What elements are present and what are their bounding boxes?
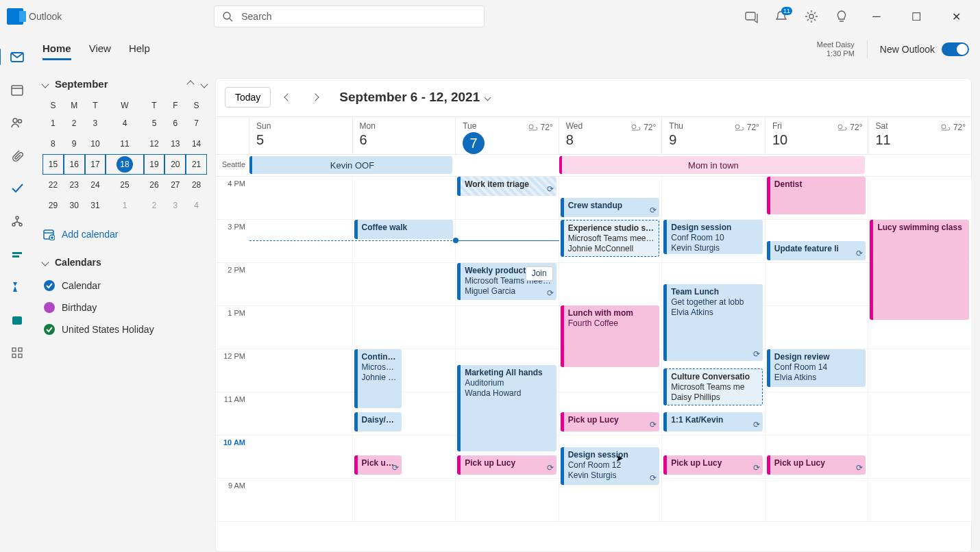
calendar-event[interactable]: Pick up Lucy⟳ xyxy=(767,455,866,475)
rail-yammer-icon[interactable] xyxy=(10,279,25,294)
mini-day[interactable]: 17 xyxy=(85,154,106,175)
mini-day[interactable]: 2 xyxy=(144,195,165,216)
day-header[interactable]: Mon6 xyxy=(353,117,456,154)
add-calendar-button[interactable]: Add calendar xyxy=(42,228,207,240)
rail-calendar-icon[interactable] xyxy=(10,82,25,97)
next-week-button[interactable] xyxy=(305,87,326,108)
calendar-event[interactable]: Experience studio syncMicrosoft Teams me… xyxy=(561,220,660,257)
mini-day[interactable]: 6 xyxy=(164,113,186,134)
mini-day[interactable]: 3 xyxy=(85,113,106,134)
mini-day[interactable]: 27 xyxy=(164,175,186,195)
day-header[interactable]: Wed872° xyxy=(559,117,663,154)
rail-files-icon[interactable] xyxy=(10,148,25,163)
calendar-event[interactable]: ContinuingMicrosoft TeJohnie McC xyxy=(354,349,402,408)
rail-org-icon[interactable] xyxy=(10,214,25,229)
mini-day[interactable]: 4 xyxy=(186,195,207,216)
tab-home[interactable]: Home xyxy=(42,38,71,60)
calendar-event[interactable]: Design sessionConf Room 12Kevin Sturgis⟳ xyxy=(561,447,660,485)
day-header[interactable]: Thu972° xyxy=(662,117,765,154)
mini-day[interactable]: 20 xyxy=(164,154,186,175)
day-header[interactable]: Tue772° xyxy=(456,117,559,154)
new-outlook-toggle[interactable]: New Outlook xyxy=(880,42,980,56)
calendar-event[interactable]: Weekly product team syncMicrosoft Teams … xyxy=(457,263,556,300)
mini-day[interactable]: 4 xyxy=(106,113,143,134)
mini-day[interactable]: 15 xyxy=(42,154,64,175)
mini-day[interactable]: 25 xyxy=(106,175,143,195)
mini-day[interactable]: 10 xyxy=(85,134,106,154)
mini-day[interactable]: 29 xyxy=(42,195,64,216)
mini-day[interactable]: 9 xyxy=(64,134,85,154)
mini-day[interactable]: 14 xyxy=(186,134,207,154)
mini-day[interactable]: 28 xyxy=(186,175,207,195)
tab-view[interactable]: View xyxy=(89,38,111,60)
mail-tips-icon[interactable] xyxy=(744,10,758,23)
mini-day[interactable]: 3 xyxy=(164,195,186,216)
chevron-down-icon[interactable] xyxy=(41,80,49,88)
calendar-event[interactable]: Lunch with momFourth Coffee xyxy=(561,305,660,367)
mini-day[interactable]: 30 xyxy=(64,195,85,216)
mini-day[interactable]: 11 xyxy=(106,134,143,154)
mini-next-icon[interactable] xyxy=(200,80,208,88)
window-minimize-button[interactable]: ─ xyxy=(865,6,888,27)
window-maximize-button[interactable]: ☐ xyxy=(905,6,928,27)
mini-day[interactable]: 23 xyxy=(64,175,85,195)
mini-day[interactable]: 18 xyxy=(106,154,143,175)
up-next-meeting[interactable]: Meet Daisy 1:30 PM xyxy=(817,40,868,58)
mini-day[interactable]: 1 xyxy=(106,195,143,216)
mini-day[interactable]: 24 xyxy=(85,175,106,195)
tab-help[interactable]: Help xyxy=(129,38,150,60)
rail-more-apps-icon[interactable] xyxy=(10,345,25,360)
search-input[interactable]: Search xyxy=(214,5,485,27)
mini-day[interactable]: 21 xyxy=(186,154,207,175)
tips-icon[interactable] xyxy=(835,10,848,23)
mini-day[interactable]: 16 xyxy=(64,154,85,175)
join-meeting-button[interactable]: Join xyxy=(526,266,553,281)
calendar-event[interactable]: Work item triage⟳ xyxy=(457,177,556,196)
calendar-list-item[interactable]: United States Holiday xyxy=(42,318,207,340)
mini-day[interactable]: 19 xyxy=(144,154,165,175)
mini-prev-icon[interactable] xyxy=(186,80,194,88)
calendar-event[interactable]: Pick up L⟳ xyxy=(354,455,402,475)
mini-day[interactable]: 31 xyxy=(85,195,106,216)
allday-event[interactable]: Kevin OOF xyxy=(249,156,452,174)
day-header[interactable]: Fri1072° xyxy=(765,117,869,154)
rail-people-icon[interactable] xyxy=(10,115,25,130)
day-header[interactable]: Sun5 xyxy=(249,117,353,154)
calendar-event[interactable]: Pick up Lucy⟳ xyxy=(663,455,763,475)
mini-day[interactable]: 13 xyxy=(164,134,186,154)
mini-day[interactable]: 5 xyxy=(144,113,165,134)
today-button[interactable]: Today xyxy=(225,87,271,108)
calendar-list-item[interactable]: Birthday xyxy=(42,297,207,318)
mini-calendar[interactable]: SMTWTFS 12345678910111213141516171819202… xyxy=(42,98,207,216)
calendar-event[interactable]: Culture ConversatioMicrosoft Teams meDai… xyxy=(663,368,763,405)
prev-week-button[interactable] xyxy=(278,87,298,108)
rail-app1-icon[interactable] xyxy=(10,247,25,262)
calendar-list-item[interactable]: Calendar xyxy=(42,275,207,297)
calendar-event[interactable]: Daisy/Kat s xyxy=(354,412,402,431)
window-close-button[interactable]: ✕ xyxy=(944,6,968,27)
mini-day[interactable]: 22 xyxy=(42,175,64,195)
mini-day[interactable]: 12 xyxy=(144,134,165,154)
day-header[interactable]: Sat1172° xyxy=(868,117,972,154)
mini-day[interactable]: 26 xyxy=(144,175,165,195)
allday-event[interactable]: Mom in town xyxy=(559,156,865,174)
calendar-event[interactable]: Dentist xyxy=(767,177,866,214)
mini-day[interactable]: 2 xyxy=(64,113,85,134)
settings-icon[interactable] xyxy=(805,10,818,23)
rail-todo-icon[interactable] xyxy=(10,181,25,196)
mini-day[interactable]: 1 xyxy=(42,113,64,134)
calendar-event[interactable]: Crew standup⟳ xyxy=(561,198,660,217)
calendars-section-header[interactable]: Calendars xyxy=(42,257,207,268)
toggle-switch-icon[interactable] xyxy=(942,42,969,56)
calendar-event[interactable]: Coffee walk xyxy=(354,220,454,239)
time-grid[interactable]: 4 PM3 PM2 PM1 PM12 PM11 AM10 AM9 AM Work… xyxy=(215,177,972,552)
date-range-picker[interactable]: September 6 - 12, 2021 xyxy=(339,90,490,105)
calendar-event[interactable]: Marketing All handsAuditoriumWanda Howar… xyxy=(457,365,556,451)
mini-day[interactable]: 7 xyxy=(186,113,207,134)
calendar-event[interactable]: Pick up Lucy⟳ xyxy=(561,412,660,431)
notifications-icon[interactable]: 11 xyxy=(774,10,788,23)
calendar-event[interactable]: 1:1 Kat/Kevin⟳ xyxy=(663,412,763,431)
calendar-event[interactable]: Lucy swimming class xyxy=(870,220,969,320)
rail-mail-icon[interactable] xyxy=(10,49,25,64)
calendar-event[interactable]: Design reviewConf Room 14Elvia Atkins xyxy=(767,349,866,387)
